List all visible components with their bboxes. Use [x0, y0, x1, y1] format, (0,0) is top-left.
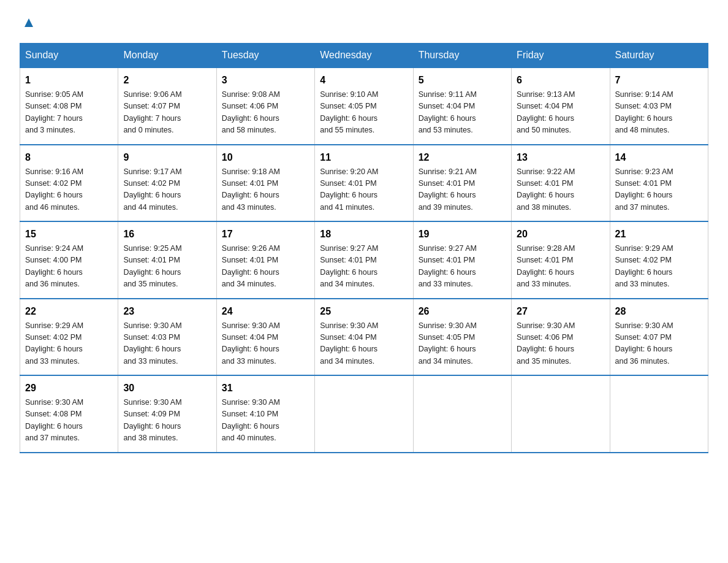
day-info: Sunrise: 9:18 AMSunset: 4:01 PMDaylight:… — [222, 166, 309, 214]
header-row: SundayMondayTuesdayWednesdayThursdayFrid… — [20, 44, 708, 68]
logo — [20, 15, 36, 31]
day-header-thursday: Thursday — [413, 44, 511, 68]
day-info: Sunrise: 9:20 AMSunset: 4:01 PMDaylight:… — [320, 166, 408, 214]
calendar-day: 13Sunrise: 9:22 AMSunset: 4:01 PMDayligh… — [512, 145, 610, 222]
day-number: 6 — [517, 73, 604, 88]
calendar-header: SundayMondayTuesdayWednesdayThursdayFrid… — [20, 44, 708, 68]
calendar-day: 6Sunrise: 9:13 AMSunset: 4:04 PMDaylight… — [512, 67, 610, 145]
day-info: Sunrise: 9:27 AMSunset: 4:01 PMDaylight:… — [320, 243, 408, 291]
calendar-day: 4Sunrise: 9:10 AMSunset: 4:05 PMDaylight… — [315, 67, 413, 145]
day-number: 20 — [517, 227, 604, 242]
day-info: Sunrise: 9:14 AMSunset: 4:03 PMDaylight:… — [615, 89, 703, 137]
day-number: 18 — [320, 227, 408, 242]
day-info: Sunrise: 9:25 AMSunset: 4:01 PMDaylight:… — [123, 243, 211, 291]
calendar-body: 1Sunrise: 9:05 AMSunset: 4:08 PMDaylight… — [20, 67, 708, 453]
calendar-day: 12Sunrise: 9:21 AMSunset: 4:01 PMDayligh… — [413, 145, 511, 222]
day-number: 11 — [320, 150, 408, 165]
day-info: Sunrise: 9:06 AMSunset: 4:07 PMDaylight:… — [123, 89, 211, 137]
day-header-sunday: Sunday — [20, 44, 118, 68]
day-number: 22 — [25, 304, 113, 319]
day-info: Sunrise: 9:21 AMSunset: 4:01 PMDaylight:… — [419, 166, 506, 214]
calendar-day — [512, 375, 610, 453]
day-info: Sunrise: 9:16 AMSunset: 4:02 PMDaylight:… — [25, 166, 113, 214]
day-info: Sunrise: 9:11 AMSunset: 4:04 PMDaylight:… — [419, 89, 506, 137]
day-info: Sunrise: 9:30 AMSunset: 4:03 PMDaylight:… — [123, 320, 211, 368]
day-number: 21 — [615, 227, 703, 242]
calendar-day — [413, 375, 511, 453]
calendar-day: 18Sunrise: 9:27 AMSunset: 4:01 PMDayligh… — [315, 221, 413, 299]
calendar-day: 1Sunrise: 9:05 AMSunset: 4:08 PMDaylight… — [20, 67, 118, 145]
calendar-week-1: 1Sunrise: 9:05 AMSunset: 4:08 PMDaylight… — [20, 67, 708, 145]
day-info: Sunrise: 9:30 AMSunset: 4:06 PMDaylight:… — [517, 320, 604, 368]
day-header-monday: Monday — [118, 44, 216, 68]
day-number: 16 — [123, 227, 211, 242]
day-number: 2 — [123, 73, 211, 88]
day-info: Sunrise: 9:05 AMSunset: 4:08 PMDaylight:… — [25, 89, 113, 137]
calendar-day: 26Sunrise: 9:30 AMSunset: 4:05 PMDayligh… — [413, 299, 511, 376]
calendar-day: 25Sunrise: 9:30 AMSunset: 4:04 PMDayligh… — [315, 299, 413, 376]
calendar-day: 19Sunrise: 9:27 AMSunset: 4:01 PMDayligh… — [413, 221, 511, 299]
calendar-week-4: 22Sunrise: 9:29 AMSunset: 4:02 PMDayligh… — [20, 299, 708, 376]
calendar-day: 30Sunrise: 9:30 AMSunset: 4:09 PMDayligh… — [118, 375, 216, 453]
day-info: Sunrise: 9:30 AMSunset: 4:09 PMDaylight:… — [123, 397, 211, 445]
day-info: Sunrise: 9:27 AMSunset: 4:01 PMDaylight:… — [419, 243, 506, 291]
day-number: 8 — [25, 150, 113, 165]
day-number: 24 — [222, 304, 309, 319]
day-number: 29 — [25, 381, 113, 396]
day-info: Sunrise: 9:30 AMSunset: 4:05 PMDaylight:… — [419, 320, 506, 368]
calendar-day: 17Sunrise: 9:26 AMSunset: 4:01 PMDayligh… — [216, 221, 314, 299]
day-number: 28 — [615, 304, 703, 319]
day-number: 31 — [222, 381, 309, 396]
calendar-day: 3Sunrise: 9:08 AMSunset: 4:06 PMDaylight… — [216, 67, 314, 145]
day-number: 17 — [222, 227, 309, 242]
day-header-wednesday: Wednesday — [315, 44, 413, 68]
day-number: 27 — [517, 304, 604, 319]
calendar-day: 21Sunrise: 9:29 AMSunset: 4:02 PMDayligh… — [610, 221, 708, 299]
day-number: 14 — [615, 150, 703, 165]
day-info: Sunrise: 9:30 AMSunset: 4:10 PMDaylight:… — [222, 397, 309, 445]
logo-triangle-icon — [22, 16, 36, 32]
day-number: 25 — [320, 304, 408, 319]
day-info: Sunrise: 9:26 AMSunset: 4:01 PMDaylight:… — [222, 243, 309, 291]
day-info: Sunrise: 9:08 AMSunset: 4:06 PMDaylight:… — [222, 89, 309, 137]
day-number: 13 — [517, 150, 604, 165]
day-info: Sunrise: 9:28 AMSunset: 4:01 PMDaylight:… — [517, 243, 604, 291]
calendar-day: 31Sunrise: 9:30 AMSunset: 4:10 PMDayligh… — [216, 375, 314, 453]
calendar-table: SundayMondayTuesdayWednesdayThursdayFrid… — [20, 43, 708, 453]
calendar-day: 24Sunrise: 9:30 AMSunset: 4:04 PMDayligh… — [216, 299, 314, 376]
calendar-day — [315, 375, 413, 453]
day-info: Sunrise: 9:30 AMSunset: 4:07 PMDaylight:… — [615, 320, 703, 368]
day-number: 12 — [419, 150, 506, 165]
day-number: 26 — [419, 304, 506, 319]
day-info: Sunrise: 9:24 AMSunset: 4:00 PMDaylight:… — [25, 243, 113, 291]
day-header-friday: Friday — [512, 44, 610, 68]
calendar-day: 27Sunrise: 9:30 AMSunset: 4:06 PMDayligh… — [512, 299, 610, 376]
day-number: 30 — [123, 381, 211, 396]
day-info: Sunrise: 9:30 AMSunset: 4:04 PMDaylight:… — [222, 320, 309, 368]
calendar-day: 29Sunrise: 9:30 AMSunset: 4:08 PMDayligh… — [20, 375, 118, 453]
day-info: Sunrise: 9:22 AMSunset: 4:01 PMDaylight:… — [517, 166, 604, 214]
calendar-week-2: 8Sunrise: 9:16 AMSunset: 4:02 PMDaylight… — [20, 145, 708, 222]
calendar-day: 15Sunrise: 9:24 AMSunset: 4:00 PMDayligh… — [20, 221, 118, 299]
day-number: 7 — [615, 73, 703, 88]
day-number: 1 — [25, 73, 113, 88]
calendar-week-3: 15Sunrise: 9:24 AMSunset: 4:00 PMDayligh… — [20, 221, 708, 299]
calendar-day: 5Sunrise: 9:11 AMSunset: 4:04 PMDaylight… — [413, 67, 511, 145]
day-number: 15 — [25, 227, 113, 242]
day-info: Sunrise: 9:29 AMSunset: 4:02 PMDaylight:… — [25, 320, 113, 368]
day-info: Sunrise: 9:10 AMSunset: 4:05 PMDaylight:… — [320, 89, 408, 137]
calendar-day: 14Sunrise: 9:23 AMSunset: 4:01 PMDayligh… — [610, 145, 708, 222]
calendar-week-5: 29Sunrise: 9:30 AMSunset: 4:08 PMDayligh… — [20, 375, 708, 453]
svg-marker-0 — [25, 18, 33, 27]
calendar-day — [610, 375, 708, 453]
day-info: Sunrise: 9:30 AMSunset: 4:08 PMDaylight:… — [25, 397, 113, 445]
day-header-tuesday: Tuesday — [216, 44, 314, 68]
calendar-day: 2Sunrise: 9:06 AMSunset: 4:07 PMDaylight… — [118, 67, 216, 145]
day-number: 4 — [320, 73, 408, 88]
day-info: Sunrise: 9:17 AMSunset: 4:02 PMDaylight:… — [123, 166, 211, 214]
day-info: Sunrise: 9:23 AMSunset: 4:01 PMDaylight:… — [615, 166, 703, 214]
calendar-day: 28Sunrise: 9:30 AMSunset: 4:07 PMDayligh… — [610, 299, 708, 376]
day-info: Sunrise: 9:29 AMSunset: 4:02 PMDaylight:… — [615, 243, 703, 291]
calendar-day: 8Sunrise: 9:16 AMSunset: 4:02 PMDaylight… — [20, 145, 118, 222]
calendar-day: 16Sunrise: 9:25 AMSunset: 4:01 PMDayligh… — [118, 221, 216, 299]
